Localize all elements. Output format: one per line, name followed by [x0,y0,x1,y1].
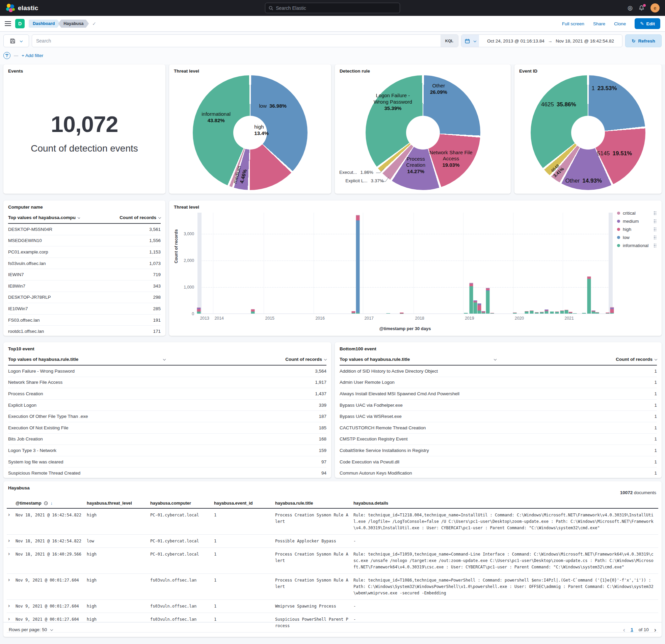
help-icon[interactable]: ◎ [628,5,632,11]
breadcrumb-hayabusa[interactable]: Hayabusa [58,20,89,28]
threat-level-donut-chart[interactable] [193,75,307,190]
stacked-bar[interactable] [595,312,599,314]
column-header-rule-title[interactable]: hayabusa.rule.title [275,500,354,506]
table-row[interactable]: DESKTOP-JR78RLP298 [8,292,161,303]
table-row[interactable]: FS03.offsec.lan191 [8,315,161,326]
stacked-bar[interactable] [587,277,591,314]
current-page[interactable]: 1 [631,627,633,632]
stacked-bar[interactable] [565,310,568,314]
filter-icon[interactable] [3,52,11,59]
stacked-bar[interactable] [464,313,468,314]
stacked-bar[interactable] [352,311,356,314]
expand-row-icon[interactable]: › [7,577,16,596]
table-row[interactable]: CobaltStrike Service Installations in Re… [340,445,657,456]
table-row[interactable]: Commun Autorun Keys Modification1 [340,468,657,478]
stacked-bar[interactable] [482,311,486,314]
legend-actions-icon[interactable] [654,244,656,247]
stacked-bar[interactable] [486,288,490,314]
stacked-bar[interactable] [582,313,586,314]
column-header-timestamp[interactable]: @timestamp ↓ [16,500,87,506]
table-row[interactable]: IE8Win7343 [8,281,161,292]
table-row[interactable]: Execution Of Other File Type Than .exe18… [8,411,326,422]
kql-badge[interactable]: KQL [440,35,458,47]
column-header[interactable]: Count of records [616,357,657,362]
stacked-bar[interactable] [610,307,614,314]
previous-page-button[interactable]: ‹ [623,626,625,633]
histogram-plot[interactable]: 01,0002,0003,000201320142015201620172018… [197,213,613,314]
table-row[interactable]: Bypass UAC via Fodhelper.exe1 [340,400,657,411]
global-search-input[interactable] [276,5,396,11]
edit-button[interactable]: ✎ Edit [634,18,660,29]
legend-item-critical[interactable]: critical [617,211,656,216]
kql-search-field[interactable]: KQL [32,34,458,47]
stacked-bar[interactable] [478,303,481,314]
expand-row-icon[interactable]: › [7,538,16,545]
global-search[interactable] [265,3,400,13]
legend-item-high[interactable]: high [617,227,656,232]
table-row[interactable]: Bits Job Creation168 [8,434,326,445]
column-header-threat-level[interactable]: hayabusa.threat_level [87,500,150,506]
column-header[interactable]: Top values of hayabusa.rule.title [8,357,78,362]
stacked-bar[interactable] [469,283,473,314]
stacked-bar[interactable] [592,310,595,314]
full-screen-link[interactable]: Full screen [562,21,584,26]
table-row[interactable]: Addition of SID History to Active Direct… [340,365,657,377]
table-row[interactable]: PC01.example.corp1,153 [8,246,161,258]
stacked-bar[interactable] [555,311,559,314]
stacked-bar[interactable] [540,312,544,314]
next-page-button[interactable]: › [654,626,656,633]
sort-desc-icon[interactable]: ↓ [51,500,53,506]
legend-item-low[interactable]: low [617,235,656,240]
breadcrumb-dashboard[interactable]: Dashboard [29,20,60,28]
table-row[interactable]: System log file was cleared97 [8,456,326,468]
stacked-bar[interactable] [491,313,494,314]
table-row[interactable]: Process Creation1,437 [8,388,326,400]
chevron-down-icon[interactable] [494,358,497,360]
column-header[interactable]: Top values of hayabusa.rule.title [340,357,410,362]
menu-icon[interactable] [5,21,11,26]
legend-item-medium[interactable]: medium [617,219,656,224]
column-header[interactable]: Count of records [285,357,326,362]
refresh-button[interactable]: ↻ Refresh [625,34,662,47]
legend-actions-icon[interactable] [654,235,656,239]
check-icon[interactable]: ✓ [92,21,96,26]
table-row[interactable]: DESKTOP-M5SN04R3,561 [8,224,161,235]
stacked-bar[interactable] [573,313,577,314]
date-range-picker[interactable]: Oct 24, 2013 @ 01:16:13.84 → Nov 18, 202… [461,34,623,47]
table-row[interactable]: Logon Type 3 - Network159 [8,445,326,456]
table-row[interactable]: Suspicious Remote Thread Created94 [8,468,326,478]
column-header[interactable]: Count of records [119,215,161,220]
stacked-bar[interactable] [560,310,564,314]
table-row[interactable]: IEWIN7719 [8,269,161,281]
stacked-bar[interactable] [197,307,201,314]
stacked-bar[interactable] [386,313,390,314]
legend-actions-icon[interactable] [654,211,656,215]
legend-actions-icon[interactable] [654,220,656,223]
share-link[interactable]: Share [593,21,605,26]
search-input[interactable] [32,38,440,43]
table-row[interactable]: Logon Failure - Wrong Password3,564 [8,365,326,377]
column-header[interactable]: Top values of hayabusa.compu [8,215,80,220]
chevron-down-icon[interactable] [163,358,166,360]
legend-actions-icon[interactable] [654,227,656,231]
expand-row-icon[interactable]: › [7,512,16,531]
stacked-bar[interactable] [545,309,549,314]
add-filter-button[interactable]: + Add filter [22,53,43,58]
table-row[interactable]: IE10Win7285 [8,303,161,315]
column-header-computer[interactable]: hayabusa.computer [150,500,214,506]
date-from[interactable]: Oct 24, 2013 @ 01:16:13.84 [487,38,545,43]
table-row[interactable]: Explicit Logon339 [8,400,326,411]
stacked-bar[interactable] [550,311,554,314]
elastic-logo[interactable]: elastic [5,3,38,13]
table-row[interactable]: rootdc1.offsec.lan171 [8,326,161,336]
table-row[interactable]: Admin User Remote Logon1 [340,377,657,389]
table-row[interactable]: Network Share File Access1,917 [8,377,326,389]
table-row[interactable]: Execution Of Not Existing File185 [8,422,326,434]
column-header-details[interactable]: hayabusa.details [354,500,658,506]
alerts-icon[interactable] [639,5,644,11]
table-row[interactable]: MSEDGEWIN101,556 [8,235,161,247]
table-row[interactable]: Always Install Elevated MSI Spawned Cmd … [340,388,657,400]
expand-row-icon[interactable]: › [7,603,16,610]
stacked-bar[interactable] [473,300,477,314]
table-row[interactable]: Bypass UAC via WSReset.exe1 [340,411,657,422]
